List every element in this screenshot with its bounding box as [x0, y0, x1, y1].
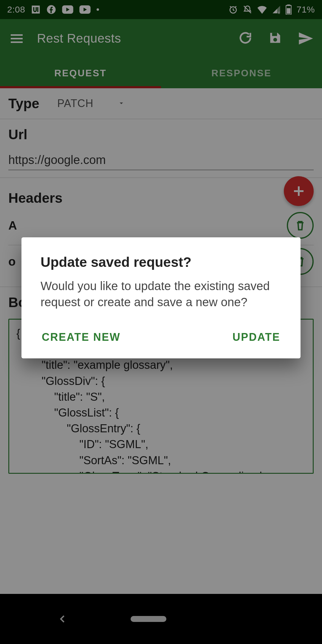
dialog-message: Would you like to update the existing sa… — [41, 278, 281, 310]
create-new-button[interactable]: CREATE NEW — [41, 327, 122, 348]
update-saved-request-dialog: Update saved request? Would you like to … — [21, 237, 301, 358]
dialog-actions: CREATE NEW UPDATE — [41, 327, 281, 348]
dialog-title: Update saved request? — [41, 254, 281, 270]
update-button[interactable]: UPDATE — [231, 327, 281, 348]
